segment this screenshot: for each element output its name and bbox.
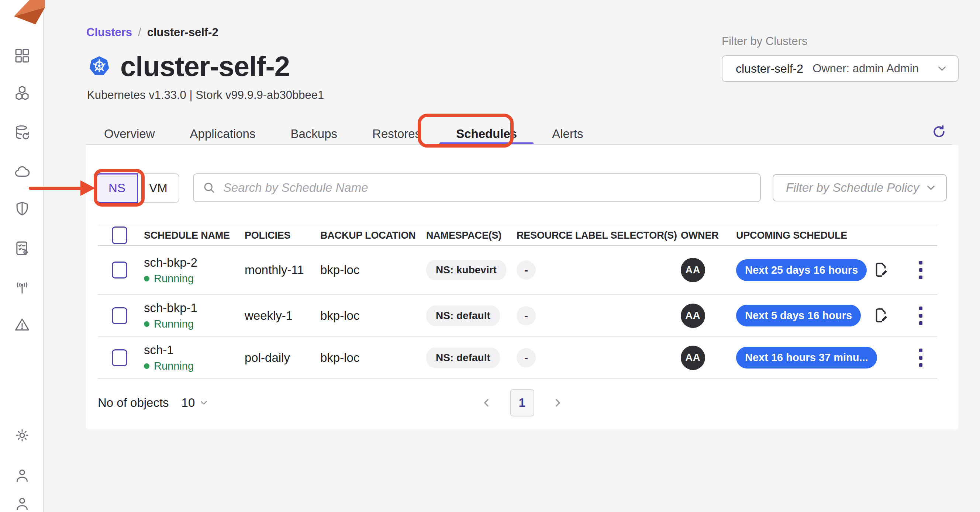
policy-cell: pol-daily	[245, 351, 320, 365]
schedule-name: sch-1	[144, 343, 245, 357]
ns-vm-segmented-control: NS VM	[96, 173, 179, 203]
user-secondary-icon[interactable]	[13, 495, 31, 512]
edit-document-icon	[873, 261, 890, 278]
status-badge: Running	[154, 360, 194, 372]
status-dot	[144, 276, 150, 281]
cluster-filter-value: cluster-self-2	[736, 62, 803, 76]
table-row: sch-1 Running pol-daily bkp-loc NS: defa…	[98, 337, 937, 379]
status-dot	[144, 363, 150, 369]
selector-pill: -	[517, 306, 536, 325]
row-checkbox[interactable]	[112, 262, 127, 278]
chevron-left-icon	[480, 396, 493, 409]
col-owner: OWNER	[681, 230, 736, 241]
schedule-policy-filter-placeholder: Filter by Schedule Policy	[786, 181, 919, 195]
cluster-filter-dropdown[interactable]: cluster-self-2 Owner: admin Admin	[722, 55, 959, 82]
segment-vm-button[interactable]: VM	[137, 173, 179, 203]
segment-ns-button[interactable]: NS	[96, 173, 138, 203]
search-input[interactable]	[223, 180, 751, 195]
backup-location-cell: bkp-loc	[320, 309, 426, 323]
selector-pill: -	[517, 348, 536, 367]
tab-restores[interactable]: Restores	[372, 122, 421, 145]
select-all-checkbox[interactable]	[112, 226, 127, 244]
kubernetes-logo-icon	[89, 55, 110, 78]
row-actions-kebab[interactable]	[917, 347, 925, 369]
row-actions-kebab[interactable]	[917, 304, 925, 327]
col-upcoming-schedule: UPCOMING SCHEDULE	[736, 230, 860, 241]
settings-gear-icon[interactable]	[13, 426, 31, 444]
sidebar	[0, 0, 44, 512]
prev-page-button[interactable]	[479, 396, 494, 410]
chevron-down-icon	[199, 398, 209, 408]
breadcrumb-clusters-link[interactable]: Clusters	[86, 26, 132, 39]
chevron-right-icon	[552, 396, 564, 409]
policy-checklist-icon[interactable]	[13, 239, 31, 257]
upcoming-schedule-badge: Next 25 days 16 hours	[736, 259, 867, 281]
breadcrumb-current: cluster-self-2	[147, 26, 218, 39]
edit-document-icon	[873, 307, 890, 324]
page-number-button[interactable]: 1	[510, 389, 534, 417]
tab-alerts[interactable]: Alerts	[552, 122, 583, 145]
schedules-table: SCHEDULE NAME POLICIES BACKUP LOCATION N…	[98, 225, 937, 379]
row-checkbox[interactable]	[112, 307, 127, 324]
owner-avatar: AA	[681, 304, 705, 328]
breadcrumb: Clusters / cluster-self-2	[86, 26, 218, 39]
tab-bar: Overview Applications Backups Restores S…	[104, 122, 583, 145]
shield-icon[interactable]	[13, 200, 31, 218]
cluster-filter-owner: Owner: admin Admin	[813, 62, 919, 75]
namespace-pill: NS: default	[426, 305, 500, 326]
next-page-button[interactable]	[550, 396, 565, 410]
status-badge: Running	[154, 273, 194, 285]
edit-schedule-button[interactable]	[873, 307, 891, 324]
col-backup-location: BACKUP LOCATION	[320, 230, 426, 241]
row-checkbox[interactable]	[112, 349, 127, 366]
row-actions-kebab[interactable]	[917, 259, 925, 281]
table-row: sch-bkp-1 Running weekly-1 bkp-loc NS: d…	[98, 295, 937, 337]
schedule-name: sch-bkp-1	[144, 301, 245, 315]
objects-per-page-dropdown[interactable]: 10	[181, 396, 209, 410]
schedules-panel: NS VM Filter by Schedule Policy SCHEDULE…	[86, 145, 958, 429]
selector-pill: -	[517, 261, 536, 280]
chevron-down-icon	[936, 62, 948, 75]
cloud-icon[interactable]	[13, 163, 31, 180]
backups-restore-icon[interactable]	[13, 124, 31, 141]
brand-logo-icon[interactable]	[11, 0, 45, 26]
refresh-icon	[931, 124, 947, 140]
status-badge: Running	[154, 318, 194, 330]
schedule-policy-filter-dropdown[interactable]: Filter by Schedule Policy	[773, 174, 947, 201]
objects-per-page-value: 10	[181, 396, 195, 410]
user-icon[interactable]	[13, 467, 31, 484]
policy-cell: weekly-1	[245, 309, 320, 323]
col-namespaces: NAMESPACE(S)	[426, 230, 517, 241]
owner-avatar: AA	[681, 346, 705, 370]
schedule-name: sch-bkp-2	[144, 256, 245, 270]
refresh-button[interactable]	[930, 123, 948, 140]
alerts-warning-icon[interactable]	[13, 316, 31, 334]
page-title: cluster-self-2	[120, 50, 290, 82]
search-icon	[202, 181, 216, 194]
col-schedule-name: SCHEDULE NAME	[144, 230, 245, 241]
table-footer: No of objects 10 1	[98, 386, 947, 420]
tab-applications[interactable]: Applications	[190, 122, 256, 145]
upcoming-schedule-badge: Next 16 hours 37 minu...	[736, 347, 877, 369]
tab-schedules[interactable]: Schedules	[439, 122, 533, 145]
applications-cubes-icon[interactable]	[13, 84, 31, 102]
col-resource-label-selectors: RESOURCE LABEL SELECTOR(S)	[517, 230, 681, 241]
tab-backups[interactable]: Backups	[290, 122, 337, 145]
broadcast-antenna-icon[interactable]	[13, 278, 31, 296]
policy-cell: monthly-11	[245, 263, 320, 277]
title-bar: cluster-self-2	[89, 50, 290, 82]
upcoming-schedule-badge: Next 5 days 16 hours	[736, 305, 861, 326]
backup-location-cell: bkp-loc	[320, 351, 426, 365]
chevron-down-icon	[925, 181, 937, 194]
tab-overview[interactable]: Overview	[104, 122, 155, 145]
edit-schedule-button[interactable]	[873, 261, 891, 279]
objects-per-page-label: No of objects	[98, 396, 169, 410]
table-header-row: SCHEDULE NAME POLICIES BACKUP LOCATION N…	[98, 225, 937, 246]
cluster-filter-label: Filter by Clusters	[722, 35, 808, 48]
owner-avatar: AA	[681, 258, 705, 282]
pagination: 1	[479, 389, 565, 417]
dashboard-icon[interactable]	[13, 47, 31, 65]
breadcrumb-separator: /	[138, 26, 141, 39]
schedule-search	[193, 173, 761, 202]
status-dot	[144, 321, 150, 327]
